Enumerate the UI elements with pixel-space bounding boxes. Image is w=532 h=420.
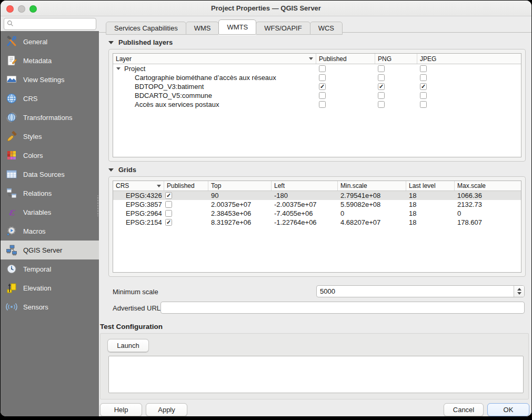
- minimum-scale-input[interactable]: [317, 286, 514, 297]
- table-row[interactable]: EPSG:2964 2.38453e+06 -7.4055e+06 0 18 0: [113, 209, 521, 218]
- sort-descending-icon: [157, 185, 161, 187]
- png-checkbox[interactable]: ✓: [378, 83, 385, 90]
- sidebar-item-qgis-server[interactable]: QGIS Server: [1, 241, 99, 259]
- apply-button[interactable]: Apply: [146, 403, 187, 416]
- published-checkbox[interactable]: ✓: [165, 192, 172, 199]
- sidebar-item-transformations[interactable]: Transformations: [1, 108, 99, 127]
- table-row[interactable]: EPSG:4326 ✓ 90 -180 2.79541e+08 18 1066.…: [113, 191, 521, 200]
- launch-button[interactable]: Launch: [107, 339, 149, 352]
- magnifier-icon: [7, 19, 14, 29]
- png-checkbox[interactable]: [378, 101, 385, 108]
- sidebar-item-general[interactable]: General: [1, 32, 99, 51]
- paintbrush-icon: [5, 131, 17, 143]
- sidebar-item-view-settings[interactable]: View Settings: [1, 70, 99, 89]
- sidebar-item-temporal[interactable]: Temporal: [1, 259, 99, 278]
- collapse-section-icon[interactable]: [108, 168, 114, 172]
- published-checkbox[interactable]: [165, 201, 172, 208]
- search-input[interactable]: [16, 20, 96, 28]
- sidebar-item-label: QGIS Server: [23, 246, 62, 254]
- published-checkbox[interactable]: [165, 210, 172, 217]
- spin-down-icon[interactable]: [517, 292, 521, 295]
- published-layers-table: Layer Published PNG JPEG Project: [113, 53, 521, 157]
- sidebar-item-label: Macros: [23, 227, 46, 235]
- search-field[interactable]: [4, 18, 96, 30]
- sidebar-item-label: Styles: [23, 133, 42, 141]
- published-layers-section-header[interactable]: Published layers: [108, 38, 173, 46]
- table-row[interactable]: BDTOPO_V3:batiment ✓ ✓ ✓: [113, 82, 521, 91]
- tab-services-capabilities[interactable]: Services Capabilities: [106, 22, 186, 35]
- sidebar-item-label: Elevation: [23, 284, 51, 292]
- jpeg-checkbox[interactable]: [420, 101, 427, 108]
- sidebar-item-label: CRS: [23, 95, 37, 103]
- close-window-button[interactable]: [6, 5, 14, 13]
- column-header-left[interactable]: Left: [272, 181, 338, 191]
- sidebar-item-relations[interactable]: Relations: [1, 184, 99, 203]
- table-row[interactable]: Accès aux services postaux: [113, 100, 521, 109]
- grids-section-header[interactable]: Grids: [108, 166, 136, 174]
- column-header-png[interactable]: PNG: [375, 54, 417, 64]
- published-checkbox[interactable]: ✓: [165, 219, 172, 226]
- table-icon: [5, 168, 17, 181]
- published-checkbox[interactable]: [319, 74, 326, 81]
- table-row[interactable]: EPSG:2154 ✓ 8.31927e+06 -1.22764e+06 4.6…: [113, 218, 521, 227]
- help-button[interactable]: Help: [100, 403, 142, 416]
- globe-icon: [5, 93, 17, 105]
- tools-icon: [5, 36, 17, 48]
- minimize-window-button[interactable]: [18, 5, 25, 13]
- sidebar-item-elevation[interactable]: Elevation: [1, 278, 99, 297]
- cancel-button[interactable]: Cancel: [444, 403, 484, 416]
- collapse-section-icon[interactable]: [108, 41, 114, 44]
- advertised-url-input[interactable]: [160, 302, 525, 314]
- column-header-max-scale[interactable]: Max.scale: [455, 181, 521, 191]
- png-checkbox[interactable]: [378, 65, 385, 72]
- png-checkbox[interactable]: [378, 74, 385, 81]
- table-row[interactable]: EPSG:3857 2.00375e+07 -2.00375e+07 5.590…: [113, 200, 521, 209]
- metadata-icon: [5, 55, 17, 67]
- sidebar-item-macros[interactable]: Macros: [1, 222, 99, 241]
- tab-wmts[interactable]: WMTS: [218, 19, 256, 35]
- png-checkbox[interactable]: [378, 92, 385, 99]
- collapse-icon[interactable]: [116, 67, 121, 70]
- column-header-jpeg[interactable]: JPEG: [417, 54, 521, 64]
- sidebar-item-label: Transformations: [23, 114, 72, 122]
- jpeg-checkbox[interactable]: [420, 92, 427, 99]
- published-checkbox[interactable]: [319, 65, 326, 72]
- zoom-window-button[interactable]: [29, 5, 37, 13]
- spin-up-icon[interactable]: [517, 288, 521, 291]
- tab-wcs[interactable]: WCS: [310, 22, 343, 35]
- jpeg-checkbox[interactable]: [420, 65, 427, 72]
- column-header-published[interactable]: Published: [164, 181, 208, 191]
- sidebar-item-colors[interactable]: Colors: [1, 146, 99, 165]
- table-row[interactable]: Project: [113, 64, 521, 73]
- sidebar-item-sensors[interactable]: Sensors: [1, 297, 99, 316]
- column-header-layer[interactable]: Layer: [113, 54, 316, 64]
- wmts-tab-panel: Published layers Layer Published PNG JPE…: [99, 32, 531, 416]
- test-output-textarea[interactable]: [108, 356, 524, 393]
- sidebar-item-data-sources[interactable]: Data Sources: [1, 165, 99, 184]
- sidebar-item-variables[interactable]: εVariables: [1, 203, 99, 222]
- column-header-published[interactable]: Published: [316, 54, 375, 64]
- table-row[interactable]: Cartographie biométhane d’accès aux rése…: [113, 73, 521, 82]
- published-checkbox[interactable]: [319, 92, 326, 99]
- section-title: Grids: [118, 166, 136, 174]
- layer-name: BDCARTO_V5:commune: [135, 92, 212, 99]
- table-row[interactable]: BDCARTO_V5:commune: [113, 91, 521, 100]
- sidebar-item-crs[interactable]: CRS: [1, 89, 99, 108]
- ok-button[interactable]: OK: [487, 403, 529, 416]
- sidebar-item-label: Variables: [23, 208, 51, 216]
- published-checkbox[interactable]: ✓: [319, 83, 326, 90]
- column-header-crs[interactable]: CRS: [113, 181, 164, 191]
- tab-wms[interactable]: WMS: [186, 22, 219, 35]
- jpeg-checkbox[interactable]: ✓: [420, 83, 427, 90]
- tab-wfs-oapif[interactable]: WFS/OAPIF: [256, 22, 310, 35]
- column-header-min-scale[interactable]: Min.scale: [338, 181, 406, 191]
- spinner-buttons: [514, 286, 524, 297]
- column-header-top[interactable]: Top: [208, 181, 272, 191]
- settings-sidebar: General Metadata View Settings CRS Trans…: [1, 16, 99, 416]
- jpeg-checkbox[interactable]: [420, 74, 427, 81]
- sidebar-item-metadata[interactable]: Metadata: [1, 51, 99, 70]
- sidebar-item-label: Temporal: [23, 265, 51, 273]
- sidebar-item-styles[interactable]: Styles: [1, 127, 99, 146]
- column-header-last-level[interactable]: Last level: [406, 181, 455, 191]
- published-checkbox[interactable]: [319, 101, 326, 108]
